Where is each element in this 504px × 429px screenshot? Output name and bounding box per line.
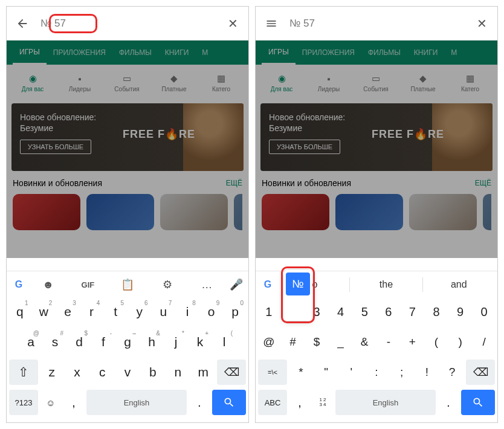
app-card[interactable]	[483, 194, 491, 230]
app-card[interactable]	[234, 194, 242, 230]
key-c[interactable]: c	[91, 360, 114, 385]
key-lparen[interactable]: (	[425, 329, 447, 355]
promo-button[interactable]: УЗНАТЬ БОЛЬШЕ	[269, 140, 340, 154]
key-7[interactable]: 7	[402, 299, 424, 324]
period-key[interactable]: .	[189, 390, 210, 415]
subtab-events[interactable]: ▭События	[103, 73, 150, 92]
gear-icon[interactable]: ⚙	[147, 278, 187, 291]
tab-games[interactable]: ИГРЫ	[13, 40, 47, 65]
key-4[interactable]: 4	[330, 299, 352, 324]
sugg-word[interactable]: and	[423, 279, 495, 290]
key-bang[interactable]: !	[416, 360, 439, 385]
abc-key[interactable]: ABC	[258, 390, 287, 415]
key-o[interactable]: 9o	[201, 299, 222, 324]
key-0[interactable]: 0	[473, 299, 495, 324]
key-g[interactable]: ‒g	[117, 329, 138, 355]
subtab-categories[interactable]: ▦Катего	[198, 73, 245, 92]
subtab-paid[interactable]: ◆Платные	[150, 73, 198, 92]
key-star[interactable]: *	[289, 360, 312, 385]
search-input[interactable]: № 57	[40, 18, 225, 30]
alt-key[interactable]: 1 2 3 4	[312, 390, 333, 415]
key-n[interactable]: n	[167, 360, 190, 385]
popup-option-numero[interactable]: №	[286, 273, 310, 295]
tab-books[interactable]: КНИГИ	[158, 40, 195, 65]
key-t[interactable]: 5t	[105, 299, 126, 324]
key-qmark[interactable]: ?	[441, 360, 464, 385]
key-slash[interactable]: /	[473, 329, 495, 355]
tab-more[interactable]: М	[444, 40, 464, 65]
key-z[interactable]: z	[40, 360, 63, 385]
key-1[interactable]: 1	[258, 299, 280, 324]
key-h[interactable]: &h	[141, 329, 163, 355]
tab-apps[interactable]: ПРИЛОЖЕНИЯ	[47, 40, 112, 65]
subtab-paid[interactable]: ◆Платные	[399, 73, 447, 92]
emoji-key[interactable]: ☺	[40, 390, 61, 415]
key-semi[interactable]: ;	[390, 360, 413, 385]
key-s[interactable]: #s	[44, 329, 66, 355]
key-r[interactable]: 4r	[81, 299, 103, 324]
period-key[interactable]: .	[438, 390, 459, 415]
key-plus[interactable]: +	[402, 329, 424, 355]
key-a[interactable]: @a	[20, 329, 42, 355]
search-input[interactable]: № 57	[289, 18, 474, 30]
gif-button[interactable]: GIF	[68, 280, 108, 289]
key-dquote[interactable]: "	[315, 360, 338, 385]
google-icon[interactable]: G	[258, 279, 277, 290]
clear-icon[interactable]: ✕	[225, 16, 240, 31]
app-card[interactable]	[86, 194, 154, 230]
key-u[interactable]: 7u	[153, 299, 175, 324]
tab-movies[interactable]: ФИЛЬМЫ	[112, 40, 158, 65]
clear-icon[interactable]: ✕	[474, 16, 489, 31]
key-9[interactable]: 9	[450, 299, 471, 324]
subtab-foryou[interactable]: ◉Для вас	[258, 73, 305, 92]
key-underscore[interactable]: _	[330, 329, 352, 355]
backspace-key[interactable]: ⌫	[466, 360, 495, 385]
shift-key[interactable]: ⇧	[9, 360, 38, 385]
search-key[interactable]	[212, 390, 246, 415]
google-icon[interactable]: G	[9, 279, 28, 290]
more-icon[interactable]: …	[187, 279, 227, 291]
promo-button[interactable]: УЗНАТЬ БОЛЬШЕ	[20, 140, 91, 154]
key-dash[interactable]: -	[378, 329, 399, 355]
tab-games[interactable]: ИГРЫ	[262, 40, 296, 65]
key-d[interactable]: $d	[68, 329, 90, 355]
subtab-foryou[interactable]: ◉Для вас	[9, 73, 56, 92]
tab-books[interactable]: КНИГИ	[407, 40, 444, 65]
app-card[interactable]	[160, 194, 228, 230]
comma-key[interactable]: ,	[63, 390, 84, 415]
numeric-key[interactable]: ?123	[9, 390, 38, 415]
key-i[interactable]: 8i	[176, 299, 198, 324]
key-x[interactable]: x	[66, 360, 89, 385]
key-p[interactable]: 0p	[224, 299, 246, 324]
key-l[interactable]: (l	[213, 329, 235, 355]
key-hash[interactable]: #	[282, 329, 304, 355]
key-m[interactable]: m	[192, 360, 215, 385]
subtab-leaders[interactable]: ▪Лидеры	[56, 73, 103, 92]
tab-more[interactable]: М	[195, 40, 215, 65]
space-key[interactable]: English	[335, 390, 436, 415]
search-key[interactable]	[461, 390, 495, 415]
key-q[interactable]: 1q	[9, 299, 31, 324]
backspace-key[interactable]: ⌫	[217, 360, 246, 385]
shift-sym-key[interactable]: =\<	[258, 360, 287, 385]
clipboard-icon[interactable]: 📋	[108, 278, 147, 291]
key-8[interactable]: 8	[425, 299, 447, 324]
key-y[interactable]: 6y	[129, 299, 150, 324]
tab-movies[interactable]: ФИЛЬМЫ	[361, 40, 407, 65]
popup-option-blank[interactable]	[286, 295, 310, 318]
subtab-events[interactable]: ▭События	[352, 73, 399, 92]
subtab-categories[interactable]: ▦Катего	[447, 73, 494, 92]
key-squote[interactable]: '	[340, 360, 363, 385]
key-w[interactable]: 2w	[33, 299, 55, 324]
app-card[interactable]	[13, 194, 80, 230]
space-key[interactable]: English	[86, 390, 187, 415]
key-f[interactable]: -f	[92, 329, 114, 355]
key-6[interactable]: 6	[378, 299, 399, 324]
key-rparen[interactable]: )	[450, 329, 471, 355]
promo-banner[interactable]: Новое обновление: Безумие УЗНАТЬ БОЛЬШЕ …	[11, 103, 244, 171]
app-card[interactable]	[335, 194, 403, 230]
menu-icon[interactable]	[264, 16, 279, 31]
key-dollar[interactable]: $	[306, 329, 328, 355]
section-more[interactable]: ЕЩЁ	[226, 179, 242, 187]
key-e[interactable]: 3e	[57, 299, 79, 324]
